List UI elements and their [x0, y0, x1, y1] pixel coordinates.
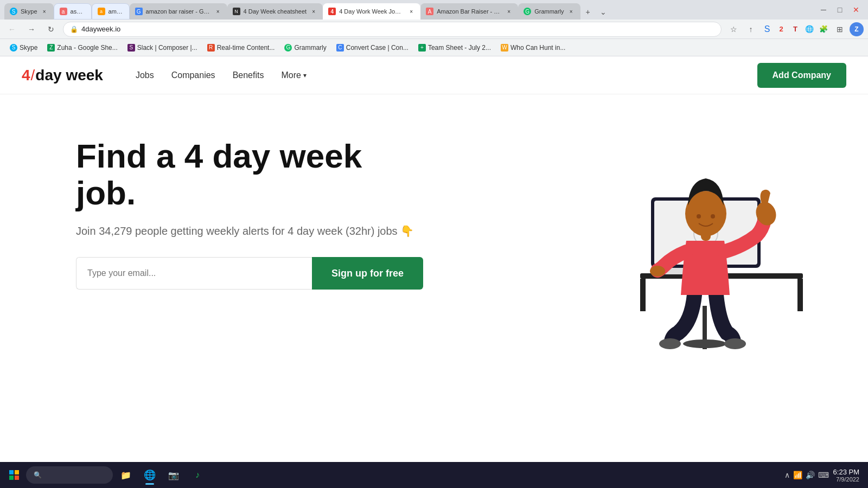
taskbar-camera[interactable]: 📷: [163, 464, 184, 486]
system-clock[interactable]: 6:23 PM 7/9/2022: [833, 468, 859, 483]
email-input[interactable]: [76, 257, 312, 290]
bookmark-star-icon[interactable]: ☆: [726, 22, 741, 37]
maximize-button[interactable]: □: [832, 2, 847, 17]
network-icon[interactable]: 📶: [793, 471, 802, 479]
title-bar: S Skype × a asana a amazon G amazon bar …: [0, 0, 868, 20]
logo-slash: /: [31, 67, 35, 84]
forward-button[interactable]: →: [24, 22, 39, 37]
tab-4dayweek-active[interactable]: 4 4 Day Work Week Jobs... ×: [323, 3, 420, 20]
bookmark-whocanhunt[interactable]: W Who Can Hunt in...: [496, 42, 570, 54]
add-company-button[interactable]: Add Company: [757, 63, 846, 88]
ext-icon-2[interactable]: 2: [775, 23, 788, 36]
close-button[interactable]: ✕: [848, 2, 864, 17]
tab-favicon-grammarly: G: [524, 8, 531, 15]
tab-asana[interactable]: a asana: [54, 3, 92, 20]
tab-title-barraiser: amazon bar raiser - Go...: [146, 8, 211, 15]
ext-icon-puzzle[interactable]: 🧩: [817, 23, 830, 36]
tab-close-skype[interactable]: ×: [41, 8, 48, 15]
windows-icon: [9, 470, 20, 480]
chevron-down-icon: ▾: [303, 72, 307, 79]
start-button[interactable]: [4, 465, 24, 485]
bookmark-label-convertcase: Convert Case | Con...: [346, 44, 409, 52]
toolbar-icons: ☆ ↑ S 2 T 🌐 🧩 ⊞ Z: [726, 22, 864, 37]
share-icon[interactable]: ↑: [743, 22, 758, 37]
back-button[interactable]: ←: [4, 22, 20, 37]
bookmark-favicon-skype: S: [10, 44, 17, 52]
tab-favicon-active: 4: [328, 8, 336, 15]
taskbar-items: 📁 🌐 📷 ♪: [115, 464, 208, 486]
bookmark-label-whocanhunt: Who Can Hunt in...: [510, 44, 565, 52]
window-controls: ─ □ ✕: [816, 2, 864, 17]
browser-frame: S Skype × a asana a amazon G amazon bar …: [0, 0, 868, 488]
hero-subtitle: Join 34,279 people getting weekly alerts…: [76, 224, 429, 237]
bookmark-zuha[interactable]: Z Zuha - Google She...: [43, 42, 122, 54]
hero-section: Find a 4 day week job. Join 34,279 peopl…: [0, 94, 868, 462]
svg-rect-1: [15, 470, 19, 474]
bookmark-grammarly[interactable]: G Grammarly: [280, 42, 330, 54]
show-hidden-icon[interactable]: ∧: [784, 471, 790, 479]
tab-title-active: 4 Day Work Week Jobs...: [339, 8, 404, 15]
bookmark-realtime[interactable]: R Real-time Content...: [203, 42, 279, 54]
desk-leg-right: [797, 279, 803, 311]
ext-icon-3[interactable]: T: [789, 23, 802, 36]
nav-link-benefits[interactable]: Benefits: [233, 70, 264, 80]
tab-favicon-barraiser: G: [135, 8, 143, 15]
tab-close-active[interactable]: ×: [407, 8, 415, 15]
bookmark-favicon-grammarly: G: [284, 44, 292, 52]
tab-amazon-barraiser[interactable]: G amazon bar raiser - Go... ×: [130, 3, 227, 20]
taskbar-file-explorer[interactable]: 📁: [115, 464, 137, 486]
nav-link-jobs[interactable]: Jobs: [136, 70, 154, 80]
tab-close-grammarly[interactable]: ×: [567, 8, 575, 15]
ext-icon-chrome[interactable]: 🌐: [803, 23, 816, 36]
tab-title-asana: asana: [71, 8, 86, 15]
profile-avatar[interactable]: Z: [850, 22, 864, 36]
tab-favicon-skype: S: [10, 8, 17, 15]
volume-icon[interactable]: 🔊: [806, 471, 815, 479]
bookmark-convertcase[interactable]: C Convert Case | Con...: [332, 42, 413, 54]
tab-barraiser2[interactable]: A Amazon Bar Raiser - G... ×: [420, 3, 518, 20]
signup-button[interactable]: Sign up for free: [312, 257, 423, 290]
bookmark-skype[interactable]: S Skype: [5, 42, 42, 54]
reload-button[interactable]: ↻: [43, 22, 59, 37]
tab-skype[interactable]: S Skype ×: [4, 3, 54, 20]
bookmark-favicon-slack: S: [127, 44, 135, 52]
taskbar-browser[interactable]: 🌐: [139, 464, 161, 486]
bookmark-favicon-convertcase: C: [336, 44, 344, 52]
taskbar-spotify[interactable]: ♪: [187, 464, 208, 486]
bookmark-label-slack: Slack | Composer |...: [137, 44, 197, 52]
ext-icon-1[interactable]: S: [761, 23, 774, 36]
svg-rect-2: [9, 476, 14, 480]
tab-title-cheatsheet: 4 Day Week cheatsheet: [244, 8, 307, 15]
tab-close-barraiser[interactable]: ×: [214, 8, 222, 15]
tab-close-cheatsheet[interactable]: ×: [310, 8, 317, 15]
tab-grammarly[interactable]: G Grammarly ×: [518, 3, 580, 20]
website-content: 4/day week Jobs Companies Benefits More …: [0, 56, 868, 462]
bookmark-favicon-zuha: Z: [47, 44, 55, 52]
taskbar-search[interactable]: 🔍: [26, 466, 113, 484]
bookmark-favicon-teamsheet: +: [418, 44, 426, 52]
tab-overflow-button[interactable]: ⌄: [596, 4, 611, 20]
tab-cheatsheet[interactable]: N 4 Day Week cheatsheet ×: [227, 3, 323, 20]
site-logo[interactable]: 4/day week: [22, 67, 103, 84]
tab-close-barraiser2[interactable]: ×: [505, 8, 513, 15]
chair-base: [683, 339, 726, 348]
nav-link-more[interactable]: More ▾: [281, 70, 306, 80]
bookmark-label-zuha: Zuha - Google She...: [57, 44, 117, 52]
tab-bar: S Skype × a asana a amazon G amazon bar …: [4, 0, 809, 20]
minimize-button[interactable]: ─: [816, 2, 831, 17]
new-tab-button[interactable]: +: [580, 4, 596, 20]
tab-amazon[interactable]: a amazon: [92, 3, 130, 20]
nav-link-companies[interactable]: Companies: [171, 70, 215, 80]
logo-text: day week: [35, 67, 103, 84]
person-right-shoe: [724, 338, 746, 349]
tab-favicon-barraiser2: A: [426, 8, 433, 15]
desk-leg-left: [640, 279, 646, 311]
url-bar[interactable]: 🔒 4dayweek.io: [63, 22, 722, 37]
bookmark-slack[interactable]: S Slack | Composer |...: [123, 42, 202, 54]
taskbar-right: ∧ 📶 🔊 ⌨ 6:23 PM 7/9/2022: [784, 468, 864, 483]
sidebar-button[interactable]: ⊞: [832, 22, 847, 37]
search-icon: 🔍: [34, 471, 42, 479]
battery-icon[interactable]: ⌨: [818, 471, 829, 479]
bookmark-label-grammarly: Grammarly: [294, 44, 326, 52]
bookmark-teamsheet[interactable]: + Team Sheet - July 2...: [414, 42, 495, 54]
